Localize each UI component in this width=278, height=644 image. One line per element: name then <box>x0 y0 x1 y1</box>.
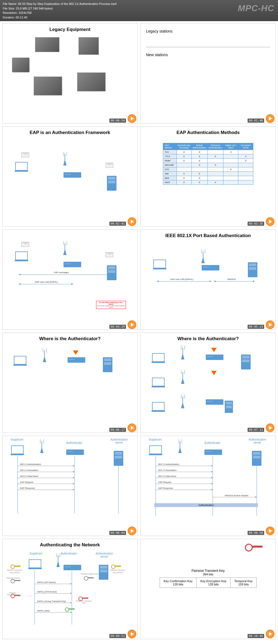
eapol-label: EAP over LAN (EAPoL) <box>35 281 58 283</box>
duration: 00:11:40 <box>16 16 27 19</box>
thumbnail[interactable]: EAP Authentication Methods EAP-MethodDyn… <box>140 126 276 227</box>
arrow-down-icon <box>73 350 78 355</box>
play-icon[interactable] <box>128 527 136 535</box>
slide-title: Where is the Authenticator? <box>141 333 276 344</box>
file-size: 25,9 MB (27 240 548 bytes) <box>16 7 53 10</box>
authenticator-label: Authenticator <box>66 441 82 444</box>
key-icon <box>245 543 264 551</box>
access-point-icon <box>59 154 70 165</box>
play-icon[interactable] <box>128 217 136 226</box>
msk-label: Master Session Key (MSK) <box>110 569 126 574</box>
pmk-label: Pairwise Master Key <box>80 573 99 575</box>
thumbnail[interactable]: Where is the Authenticator? 00:07:11 <box>140 333 276 433</box>
key-icon <box>78 596 89 600</box>
play-icon[interactable] <box>128 423 136 432</box>
arrow-down-icon <box>211 371 217 375</box>
laptop-icon <box>11 445 24 455</box>
switch-icon <box>64 172 81 178</box>
radius-label: RADIUS <box>228 278 236 280</box>
play-icon[interactable] <box>266 423 274 432</box>
key-icon <box>84 576 95 580</box>
play-icon[interactable] <box>266 527 274 535</box>
thumbnail[interactable]: EAP is an Authentication Framework 00:02… <box>2 126 138 227</box>
server-icon <box>103 357 112 372</box>
mpc-hc-watermark: MPC-HC <box>238 2 274 15</box>
access-point-icon <box>177 372 188 384</box>
eapol-label: EAP over LAN (EAPoL) <box>170 278 193 280</box>
switch-icon <box>204 449 222 455</box>
thumbnail-grid: Legacy Equipment 00:00:54 Legacy station… <box>0 21 278 641</box>
thumbnail[interactable]: Authenticating the Network Supplicant Au… <box>2 539 138 639</box>
ptk-bits: 384 bits <box>141 573 276 576</box>
supplicant-label: Supplicant <box>11 438 23 441</box>
thumbnail[interactable]: Legacy stations New stations 00:01:48 <box>140 23 276 124</box>
server-icon <box>99 565 108 580</box>
lifeline <box>17 456 18 513</box>
timestamp: 00:00:54 <box>109 119 126 123</box>
access-point-icon <box>177 397 188 408</box>
play-icon[interactable] <box>128 114 136 123</box>
laptop-icon <box>13 356 27 365</box>
msk-label: Master Session Key (MSK) <box>7 569 23 574</box>
key-icon <box>111 564 122 568</box>
arrow-line <box>157 281 211 282</box>
switch-icon <box>66 449 84 455</box>
slide-title: Where is the Authenticator? <box>2 333 137 344</box>
timestamp: 00:06:17 <box>109 428 126 432</box>
play-icon[interactable] <box>266 114 274 123</box>
arrow-line <box>19 284 73 284</box>
play-icon[interactable] <box>128 320 136 329</box>
auth-server-label: Authentication server <box>248 438 267 444</box>
authenticator-label: Authenticator <box>204 441 220 444</box>
envelope-icon <box>21 242 29 247</box>
server-icon <box>225 401 233 413</box>
laptop-icon <box>28 559 42 569</box>
lifeline <box>213 456 213 516</box>
laptop-icon <box>153 260 166 269</box>
play-icon[interactable] <box>128 630 136 638</box>
server-icon <box>107 265 116 280</box>
file-info-header: File Name: 06 03 Step by Step Explanatio… <box>0 0 278 21</box>
thumbnail[interactable]: Where is the Authenticator? 00:06:17 <box>2 333 138 433</box>
timestamp: 00:01:48 <box>248 119 264 123</box>
lifeline <box>118 461 119 513</box>
equipment-photo <box>78 37 99 55</box>
switch-icon <box>206 399 223 405</box>
laptop-icon <box>149 445 162 455</box>
radius-request-label: RADIUS access request <box>225 494 248 497</box>
timestamp: 00:03:35 <box>248 222 264 226</box>
play-icon[interactable] <box>266 320 274 329</box>
authentication-bar: Authentication <box>154 503 258 507</box>
access-point-icon <box>175 441 185 453</box>
eap-messages-label: EAP messages <box>54 271 69 274</box>
thumbnail[interactable]: EAP messages EAP over LAN (EAPoL) Do Not… <box>2 229 138 330</box>
warning-box: Do Not Place Anything in This Space(On-s… <box>96 301 126 309</box>
key-icon <box>65 607 76 611</box>
thumbnail[interactable]: Supplicant Authenticator Authentication … <box>2 436 138 536</box>
access-point-icon <box>53 555 64 567</box>
thumbnail[interactable]: Legacy Equipment 00:00:54 <box>2 23 138 124</box>
file-name: 06 03 Step by Step Explanation of the 80… <box>18 2 116 5</box>
laptop-icon <box>15 251 28 261</box>
timestamp: 00:10:46 <box>248 634 264 638</box>
play-icon[interactable] <box>266 217 274 226</box>
supplicant-label: Supplicant <box>149 438 162 441</box>
ptk-label: Pairwise Transient Key <box>76 600 92 604</box>
laptop-icon <box>15 162 28 171</box>
resolution: 1024x768 <box>18 11 31 14</box>
server-icon <box>107 176 116 191</box>
key-icon <box>11 564 21 568</box>
supplicant-label: Supplicant <box>30 552 42 555</box>
server-icon <box>248 262 257 277</box>
thumbnail[interactable]: Supplicant Authenticator Authentication … <box>140 436 276 536</box>
eap-methods-table: EAP-MethodDynamic key exchangeMutual aut… <box>163 143 254 185</box>
thumbnail[interactable]: Pairwise Transient Key 384 bits Key Conf… <box>140 539 276 639</box>
auth-server-label: Authentication server <box>110 438 129 444</box>
switch-icon <box>64 565 81 570</box>
ptk-table: Key Confirmation Key128 bitsKey Encrypti… <box>160 578 257 588</box>
thumbnail[interactable]: IEEE 802.1X Port Based Authentication EA… <box>140 229 276 330</box>
laptop-icon <box>151 353 165 363</box>
pmk-label: Pairwise Master Key <box>7 577 20 581</box>
envelope-icon <box>106 252 113 257</box>
play-icon[interactable] <box>266 630 274 638</box>
